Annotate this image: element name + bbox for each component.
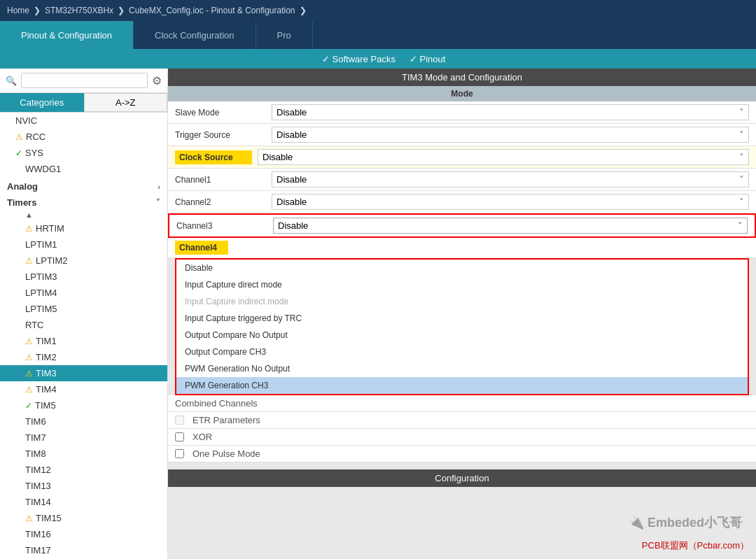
- search-icon: 🔍: [6, 76, 17, 86]
- sidebar-group-timers[interactable]: Timers ˅: [0, 193, 167, 209]
- dropdown-item-input-trc[interactable]: Input Capture triggered by TRC: [176, 310, 748, 327]
- xor-row: XOR: [168, 429, 756, 446]
- etr-checkbox[interactable]: [175, 416, 184, 425]
- sidebar-item-tim12[interactable]: TIM12: [0, 462, 167, 478]
- dropdown-arrow-clock: ˅: [739, 152, 744, 162]
- one-pulse-checkbox[interactable]: [175, 449, 184, 458]
- sidebar-item-hrtim[interactable]: ⚠ HRTIM: [0, 220, 167, 236]
- channel4-row: Channel4: [168, 238, 756, 258]
- channel3-row: Channel3 Disable ˅: [168, 213, 756, 238]
- channel2-label: Channel2: [175, 197, 266, 207]
- breadcrumb-home[interactable]: Home: [7, 6, 29, 15]
- trigger-source-label: Trigger Source: [175, 130, 266, 140]
- sidebar-item-lptim4[interactable]: LPTIM4: [0, 285, 167, 301]
- sidebar-search-bar: 🔍 ⚙: [0, 69, 167, 93]
- check-icon-tim5: ✓: [25, 401, 32, 411]
- breadcrumb-arrow2: ❯: [118, 6, 125, 15]
- combined-channels-label: Combined Channels: [175, 398, 258, 409]
- warning-icon-tim3: ⚠: [25, 369, 33, 378]
- channel3-select[interactable]: Disable ˅: [273, 218, 748, 234]
- sidebar-item-lptim5[interactable]: LPTIM5: [0, 301, 167, 317]
- search-input[interactable]: [21, 73, 148, 88]
- sidebar-item-wwdg1[interactable]: WWDG1: [0, 161, 167, 177]
- main-layout: 🔍 ⚙ Categories A->Z NVIC ⚠ RCC ✓ SYS WWD…: [0, 69, 756, 559]
- channel1-label: Channel1: [175, 175, 266, 185]
- clock-source-select[interactable]: Disable ˅: [258, 149, 749, 165]
- xor-checkbox[interactable]: [175, 432, 184, 441]
- content-area: TIM3 Mode and Configuration Mode Slave M…: [168, 69, 756, 559]
- warning-icon-tim1: ⚠: [25, 337, 33, 346]
- sidebar-item-tim7[interactable]: TIM7: [0, 430, 167, 446]
- sidebar-item-rcc[interactable]: ⚠ RCC: [0, 129, 167, 145]
- channel4-label: Channel4: [175, 241, 228, 255]
- sidebar-item-tim14[interactable]: TIM14: [0, 494, 167, 510]
- channel1-row: Channel1 Disable ˅: [168, 169, 756, 191]
- sidebar-group-analog[interactable]: Analog ›: [0, 177, 167, 193]
- dropdown-item-disable[interactable]: Disable: [176, 260, 748, 276]
- clock-source-label: Clock Source: [175, 150, 252, 164]
- breadcrumb-bar: Home ❯ STM32H750XBHx ❯ CubeMX_Config.ioc…: [0, 0, 756, 21]
- warning-icon-tim2: ⚠: [25, 353, 33, 362]
- breadcrumb-arrow3: ❯: [300, 6, 307, 15]
- sidebar-item-rtc[interactable]: RTC: [0, 317, 167, 333]
- dropdown-arrow-ch3: ˅: [738, 220, 743, 231]
- dropdown-arrow-ch2: ˅: [739, 197, 744, 207]
- tab-project[interactable]: Pro: [256, 21, 313, 49]
- mode-header: Mode: [168, 86, 756, 101]
- channel1-select[interactable]: Disable ˅: [272, 171, 749, 187]
- sidebar-item-tim15[interactable]: ⚠ TIM15: [0, 510, 167, 526]
- sidebar-item-tim6[interactable]: TIM6: [0, 413, 167, 430]
- slave-mode-select[interactable]: Disable ˅: [272, 104, 749, 120]
- sidebar-item-tim2[interactable]: ⚠ TIM2: [0, 349, 167, 365]
- dropdown-item-output-compare-ch3[interactable]: Output Compare CH3: [176, 344, 748, 360]
- sidebar-item-tim16[interactable]: TIM16: [0, 526, 167, 542]
- sidebar-item-lptim2[interactable]: ⚠ LPTIM2: [0, 253, 167, 269]
- sidebar-item-nvic[interactable]: NVIC: [0, 113, 167, 129]
- sidebar-item-tim3[interactable]: ⚠ TIM3: [0, 365, 167, 381]
- dropdown-item-pwm-no[interactable]: PWM Generation No Output: [176, 360, 748, 377]
- slave-mode-label: Slave Mode: [175, 108, 266, 118]
- breadcrumb-file[interactable]: CubeMX_Config.ioc - Pinout & Configurati…: [129, 6, 295, 15]
- sidebar-item-tim13[interactable]: TIM13: [0, 478, 167, 494]
- gear-icon[interactable]: ⚙: [152, 74, 162, 87]
- breadcrumb-chip[interactable]: STM32H750XBHx: [45, 6, 113, 15]
- warning-icon-hrtim: ⚠: [25, 224, 33, 234]
- one-pulse-row: One Pulse Mode: [168, 446, 756, 462]
- trigger-source-row: Trigger Source Disable ˅: [168, 124, 756, 146]
- timers-scroll-up: ▲: [0, 209, 167, 220]
- etr-label: ETR Parameters: [192, 415, 260, 425]
- breadcrumb-arrow1: ❯: [34, 6, 41, 15]
- dropdown-item-output-compare-no[interactable]: Output Compare No Output: [176, 327, 748, 344]
- dropdown-item-input-direct[interactable]: Input Capture direct mode: [176, 276, 748, 293]
- sidebar-item-lptim1[interactable]: LPTIM1: [0, 236, 167, 253]
- tab-pinout[interactable]: Pinout & Configuration: [0, 21, 134, 49]
- check-icon-sys: ✓: [15, 148, 22, 158]
- channel2-row: Channel2 Disable ˅: [168, 191, 756, 213]
- sidebar-item-tim4[interactable]: ⚠ TIM4: [0, 381, 167, 397]
- dropdown-item-input-indirect: Input Capture indirect mode: [176, 293, 748, 310]
- sidebar-item-lptim3[interactable]: LPTIM3: [0, 269, 167, 285]
- xor-label: XOR: [192, 432, 212, 442]
- tab-az[interactable]: A->Z: [84, 93, 168, 112]
- sidebar-item-sys[interactable]: ✓ SYS: [0, 145, 167, 161]
- subtab-software-packs[interactable]: ✓ Software Packs: [322, 54, 396, 64]
- subtab-pinout[interactable]: ✓ Pinout: [410, 54, 445, 64]
- tab-categories[interactable]: Categories: [0, 93, 84, 112]
- dropdown-arrow-ch1: ˅: [739, 174, 744, 185]
- one-pulse-label: One Pulse Mode: [192, 448, 260, 459]
- channel3-label: Channel3: [176, 221, 267, 231]
- combined-channels-row: Combined Channels: [168, 395, 756, 412]
- dropdown-item-pwm-ch3[interactable]: PWM Generation CH3: [176, 377, 748, 394]
- sidebar-item-tim8[interactable]: TIM8: [0, 446, 167, 462]
- sidebar-item-tim5[interactable]: ✓ TIM5: [0, 397, 167, 413]
- warning-icon-tim4: ⚠: [25, 385, 33, 395]
- trigger-source-select[interactable]: Disable ˅: [272, 127, 749, 143]
- chevron-right-icon-analog: ›: [158, 183, 160, 191]
- tab-clock[interactable]: Clock Configuration: [134, 21, 255, 49]
- sidebar-category-tabs: Categories A->Z: [0, 93, 167, 113]
- etr-row: ETR Parameters: [168, 412, 756, 429]
- sidebar-item-tim1[interactable]: ⚠ TIM1: [0, 333, 167, 349]
- channel2-select[interactable]: Disable ˅: [272, 194, 749, 210]
- warning-icon-lptim2: ⚠: [25, 256, 33, 266]
- sidebar-item-tim17[interactable]: TIM17: [0, 542, 167, 558]
